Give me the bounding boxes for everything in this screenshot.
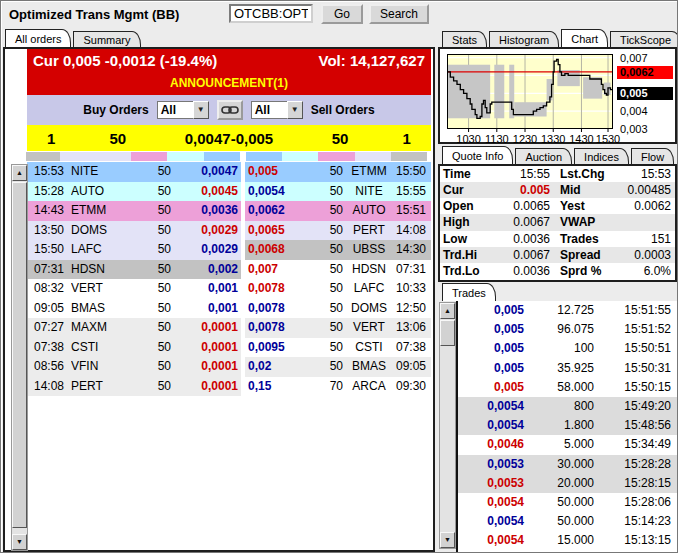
tab-stats[interactable]: Stats <box>442 31 487 47</box>
trade-row[interactable]: 0,005320.00015:28:15 <box>458 474 677 493</box>
ask-price: 0,0078 <box>245 299 305 319</box>
trade-row[interactable]: 0,00512.72515:51:55 <box>458 301 677 320</box>
trade-row[interactable]: 0,005450.00015:14:23 <box>458 512 677 531</box>
sell-order-row[interactable]: 0,00750HDSN07:31 <box>245 260 431 280</box>
order-time: 13:06 <box>395 318 431 338</box>
buy-order-row[interactable]: 08:32VERT500,001 <box>27 279 241 299</box>
x-axis-tick-label: 1230 <box>510 133 540 145</box>
trade-size: 12.725 <box>524 301 594 320</box>
buy-order-row[interactable]: 15:50LAFC500,0029 <box>27 240 241 260</box>
tab-trades[interactable]: Trades <box>442 283 496 301</box>
trade-row[interactable]: 0,005480015:49:20 <box>458 397 677 416</box>
buy-order-row[interactable]: 07:31HDSN500,002 <box>27 260 241 280</box>
link-sides-button[interactable] <box>217 100 243 120</box>
sell-order-row[interactable]: 0,00550ETMM15:50 <box>245 162 431 182</box>
quote-label: VWAP <box>550 214 610 230</box>
order-size: 70 <box>305 377 343 397</box>
buy-order-row[interactable]: 08:56VFIN500,0001 <box>27 357 241 377</box>
tab-flow[interactable]: Flow <box>631 148 674 164</box>
tab-all-orders[interactable]: All orders <box>5 29 71 47</box>
market-maker: ETMM <box>343 162 395 182</box>
buy-order-row[interactable]: 14:08PERT500,0001 <box>27 377 241 397</box>
trade-time: 15:50:15 <box>594 378 677 397</box>
trade-row[interactable]: 0,00535.92515:50:31 <box>458 359 677 378</box>
scroll-up-icon[interactable]: ▲ <box>440 303 455 319</box>
scroll-up-icon[interactable]: ▲ <box>12 165 27 181</box>
trade-time: 15:51:52 <box>594 320 677 339</box>
sell-order-row[interactable]: 0,006850UBSS14:30 <box>245 240 431 260</box>
ticker-header: Cur 0,005 -0,0012 (-19.4%) Vol: 14,127,6… <box>27 49 431 95</box>
quote-value <box>610 214 675 230</box>
order-book-row: 14:43ETMM500,00360,006250AUTO15:51 <box>27 201 431 221</box>
tab-chart[interactable]: Chart <box>561 29 608 47</box>
bid-price: 0,0001 <box>171 357 241 377</box>
trade-time: 15:50:31 <box>594 359 677 378</box>
quote-label: Trd.Lo <box>440 263 490 279</box>
chevron-down-icon[interactable]: ▼ <box>287 101 303 119</box>
sell-order-row[interactable]: 0,007850DOMS12:50 <box>245 299 431 319</box>
tab-summary[interactable]: Summary <box>73 31 140 47</box>
trade-row[interactable]: 0,00596.07515:51:52 <box>458 320 677 339</box>
sell-order-row[interactable]: 0,1570ARCA09:30 <box>245 377 431 397</box>
quote-label: Lst.Chg <box>550 166 610 182</box>
chevron-down-icon[interactable]: ▼ <box>193 101 209 119</box>
trade-row[interactable]: 0,005450.00015:28:06 <box>458 493 677 512</box>
sell-order-row[interactable]: 0,007850VERT13:06 <box>245 318 431 338</box>
tab-histogram[interactable]: Histogram <box>489 31 559 47</box>
trades-scrollbar[interactable]: ▲ ▼ <box>439 302 456 549</box>
market-maker: MAXM <box>71 318 129 338</box>
scroll-down-icon[interactable]: ▼ <box>440 532 455 548</box>
buy-order-row[interactable]: 07:38CSTI500,0001 <box>27 338 241 358</box>
buy-order-row[interactable]: 15:53NITE500,0047 <box>27 162 241 182</box>
trade-row[interactable]: 0,00510015:50:51 <box>458 339 677 358</box>
trade-row[interactable]: 0,00558.00015:50:15 <box>458 378 677 397</box>
order-size: 50 <box>305 318 343 338</box>
quote-row: High0.0067VWAP <box>440 214 675 230</box>
sell-order-row[interactable]: 0,005450NITE15:55 <box>245 182 431 202</box>
trade-row[interactable]: 0,005330.00015:28:28 <box>458 455 677 474</box>
buy-order-row[interactable]: 14:43ETMM500,0036 <box>27 201 241 221</box>
sell-order-row[interactable]: 0,009550CSTI07:38 <box>245 338 431 358</box>
sell-order-row[interactable]: 0,006250AUTO15:51 <box>245 201 431 221</box>
trades-tab: Trades <box>442 283 498 301</box>
order-size: 50 <box>305 357 343 377</box>
scrollbar-thumb[interactable] <box>440 320 455 346</box>
sell-order-row[interactable]: 0,0250BMAS09:05 <box>245 357 431 377</box>
bid-price: 0,001 <box>171 299 241 319</box>
buy-order-row[interactable]: 07:27MAXM500,0001 <box>27 318 241 338</box>
trade-size: 35.925 <box>524 359 594 378</box>
depth-segment <box>60 152 131 161</box>
scrollbar-thumb[interactable] <box>12 182 27 528</box>
tab-indices[interactable]: Indices <box>574 148 629 164</box>
order-book-scrollbar[interactable]: ▲ ▼ <box>11 164 28 551</box>
tab-tickscope[interactable]: TickScope <box>610 31 678 47</box>
buy-filter-select[interactable]: All ▼ <box>157 101 209 119</box>
ask-price: 0,0065 <box>245 221 305 241</box>
bid-price: 0,0001 <box>171 318 241 338</box>
sell-order-row[interactable]: 0,007850LAFC10:33 <box>245 279 431 299</box>
order-size: 50 <box>305 162 343 182</box>
quote-row: Low0.0036Trades151 <box>440 231 675 247</box>
tab-quote-info[interactable]: Quote Info <box>442 146 513 164</box>
buy-order-row[interactable]: 15:28AUTO500,0045 <box>27 182 241 202</box>
announcement-link[interactable]: ANNOUNCEMENT(1) <box>27 73 431 95</box>
x-axis-tick-label: 1030 <box>454 133 484 145</box>
bid-price: 0,0045 <box>171 182 241 202</box>
trade-row[interactable]: 0,005415.00015:13:15 <box>458 531 677 550</box>
tab-auction[interactable]: Auction <box>515 148 572 164</box>
sell-filter-select[interactable]: All ▼ <box>251 101 303 119</box>
x-axis-tick-label: 1130 <box>482 133 512 145</box>
price-chart <box>447 54 613 134</box>
buy-order-row[interactable]: 09:05BMAS500,001 <box>27 299 241 319</box>
trade-price: 0,0054 <box>458 416 524 435</box>
trade-row[interactable]: 0,00465.00015:34:49 <box>458 435 677 454</box>
scroll-down-icon[interactable]: ▼ <box>12 534 27 550</box>
buy-order-row[interactable]: 13:50DOMS500,0029 <box>27 221 241 241</box>
sell-order-row[interactable]: 0,006550PERT14:08 <box>245 221 431 241</box>
trade-size: 50.000 <box>524 512 594 531</box>
search-button[interactable]: Search <box>369 4 429 24</box>
go-button[interactable]: Go <box>321 4 363 24</box>
trade-row[interactable]: 0,00541.80015:48:56 <box>458 416 677 435</box>
symbol-input[interactable] <box>229 4 313 23</box>
order-size: 50 <box>129 279 171 299</box>
